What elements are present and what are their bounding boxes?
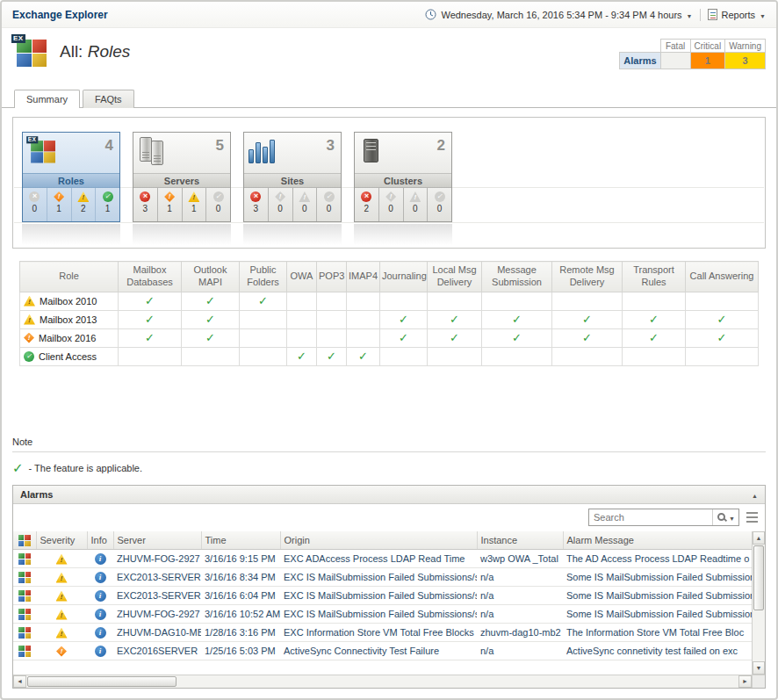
alarm-time: 3/16/16 10:52 AM xyxy=(201,605,280,624)
feature-cell xyxy=(240,347,287,365)
time-range-selector[interactable]: Wednesday, March 16, 2016 5:34 PM - 9:34… xyxy=(425,9,692,20)
feature-cell: ✓ xyxy=(552,310,623,328)
alarm-row[interactable]: EXC2013-SERVER 3/16/16 8:34 PM EXC IS Ma… xyxy=(13,568,752,587)
alarm-time: 1/25/16 5:03 PM xyxy=(201,642,280,660)
alarm-row[interactable]: ZHUVM-FOG-2927 3/16/16 9:15 PM EXC ADAcc… xyxy=(13,550,752,568)
tab-bar: Summary FAQts xyxy=(2,84,776,108)
fatal-icon xyxy=(29,191,40,202)
vertical-scroll-track[interactable] xyxy=(753,545,765,661)
reports-menu[interactable]: Reports xyxy=(708,9,766,20)
info-icon[interactable] xyxy=(95,572,106,583)
collapse-icon[interactable] xyxy=(752,489,758,500)
divider xyxy=(12,451,766,452)
vertical-scroll-thumb[interactable] xyxy=(753,545,764,610)
tile-sites[interactable]: 3 Sites 3 0 0 0 xyxy=(243,132,342,222)
alarm-instance: n/a xyxy=(477,605,563,624)
tile-status-row: 3 0 0 0 xyxy=(244,188,341,221)
scroll-right-button[interactable] xyxy=(738,675,752,688)
alarm-server: EXC2013-SERVER xyxy=(113,587,201,605)
normal-icon xyxy=(435,191,445,202)
feature-cell xyxy=(317,292,347,310)
column-header: Public Folders xyxy=(240,262,287,292)
search-box xyxy=(588,509,739,526)
tile-servers[interactable]: 5 Servers 3 1 1 0 xyxy=(133,132,231,222)
column-header: Mailbox Databases xyxy=(119,262,182,292)
info-icon[interactable] xyxy=(95,627,106,639)
alarm-row[interactable]: ZHUVM-DAG10-MB2 1/28/16 3:16 PM EXC Info… xyxy=(13,624,752,642)
alarm-server: EXC2013-SERVER xyxy=(113,568,201,587)
severity-icon xyxy=(56,573,68,583)
tab-faqts[interactable]: FAQts xyxy=(83,90,134,108)
vertical-scrollbar[interactable] xyxy=(752,531,765,675)
alarm-row[interactable]: EXC2016SERVER 1/25/16 5:03 PM ActiveSync… xyxy=(13,642,752,660)
severity-icon xyxy=(56,628,68,639)
tile-roles[interactable]: EX 4 Roles 0 1 2 1 xyxy=(22,132,120,222)
tile-clusters[interactable]: 2 Clusters 2 0 0 0 xyxy=(354,132,452,222)
tile-label: Sites xyxy=(244,173,341,188)
critical-icon xyxy=(54,191,64,202)
chevron-down-icon xyxy=(760,10,766,20)
critical-count-cell[interactable]: 1 xyxy=(690,53,725,69)
column-header[interactable]: Instance xyxy=(477,531,563,550)
alarm-origin: EXC IS MailSubmission Failed Submissions… xyxy=(280,605,477,624)
feature-cell: ✓ xyxy=(119,310,182,328)
column-header[interactable]: Info xyxy=(87,531,113,550)
info-icon[interactable] xyxy=(95,553,106,565)
fatal-count-cell[interactable] xyxy=(660,53,690,69)
feature-cell: ✓ xyxy=(240,292,287,310)
info-icon[interactable] xyxy=(95,609,106,620)
scroll-down-button[interactable] xyxy=(753,661,765,675)
tile-count: 2 xyxy=(437,137,445,155)
critical-column-header: Critical xyxy=(690,40,725,53)
warning-count-cell[interactable]: 3 xyxy=(725,53,766,69)
alarm-row[interactable]: EXC2013-SERVER 3/16/16 6:04 PM EXC IS Ma… xyxy=(13,587,752,605)
role-name: Mailbox 2016 xyxy=(39,333,96,343)
scroll-up-button[interactable] xyxy=(753,531,765,545)
column-header[interactable]: Time xyxy=(201,531,280,550)
table-customizer-icon[interactable] xyxy=(746,512,758,523)
horizontal-scrollbar[interactable] xyxy=(13,675,765,688)
column-header[interactable]: Origin xyxy=(280,531,477,550)
exchange-logo: EX xyxy=(12,35,49,69)
search-input[interactable] xyxy=(589,512,712,523)
tile-label: Clusters xyxy=(355,173,451,188)
feature-cell xyxy=(240,328,287,347)
alarm-time: 3/16/16 8:34 PM xyxy=(201,568,280,587)
feature-cell: ✓ xyxy=(482,328,552,347)
exchange-item-icon xyxy=(18,553,31,565)
column-header[interactable]: Alarm Message xyxy=(563,531,752,550)
horizontal-scroll-track[interactable] xyxy=(26,675,738,688)
column-header[interactable]: Severity xyxy=(36,531,87,550)
tile-reflection xyxy=(354,224,452,245)
alarm-time: 1/28/16 3:16 PM xyxy=(201,624,280,642)
page-header: EX All: Roles Fatal Critical Warning Ala… xyxy=(2,28,776,84)
alarm-instance: n/a xyxy=(477,642,563,660)
tile-count: 5 xyxy=(216,137,224,155)
feature-cell: ✓ xyxy=(119,292,182,310)
column-header: Outlook MAPI xyxy=(182,262,240,292)
feature-cell: ✓ xyxy=(623,310,686,328)
horizontal-scroll-thumb[interactable] xyxy=(27,676,176,687)
feature-cell: ✓ xyxy=(482,310,552,328)
feature-cell: ✓ xyxy=(623,328,686,347)
alarm-instance: w3wp OWA _Total xyxy=(477,550,563,568)
sites-icon xyxy=(249,137,275,163)
column-header: Role xyxy=(20,262,119,292)
alarm-message: Some IS MailSubmission Failed Submission xyxy=(563,605,752,624)
severity-icon xyxy=(24,296,35,307)
check-icon: ✓ xyxy=(12,460,24,476)
info-icon[interactable] xyxy=(95,646,106,657)
tab-summary[interactable]: Summary xyxy=(14,90,80,108)
feature-cell xyxy=(686,292,759,310)
tile-strip: EX 4 Roles 0 1 2 1 5 Serv xyxy=(12,117,766,249)
column-header[interactable]: Server xyxy=(113,531,201,550)
feature-cell xyxy=(552,292,623,310)
info-icon[interactable] xyxy=(95,590,106,602)
role-feature-matrix: Role Mailbox Databases Outlook MAPI Publ… xyxy=(19,261,759,366)
search-button[interactable] xyxy=(712,509,738,525)
alarms-panel: Alarms xyxy=(12,485,766,689)
scroll-left-button[interactable] xyxy=(13,675,26,688)
column-header: IMAP4 xyxy=(347,262,380,292)
severity-icon xyxy=(56,591,68,602)
alarm-row[interactable]: ZHUVM-FOG-2927 3/16/16 10:52 AM EXC IS M… xyxy=(13,605,752,624)
